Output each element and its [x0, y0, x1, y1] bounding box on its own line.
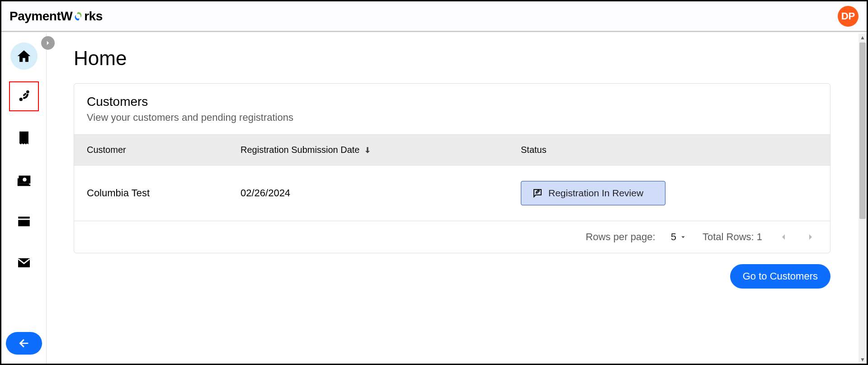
side-nav [1, 33, 47, 364]
receipt-icon [16, 130, 32, 146]
cell-date: 02/26/2024 [241, 187, 521, 199]
rows-per-page-select[interactable]: 5 [671, 231, 687, 243]
chevron-left-icon [778, 232, 789, 242]
home-icon [16, 48, 32, 64]
logo-text-part2: rks [84, 9, 103, 24]
chevron-right-icon [805, 232, 816, 242]
nav-invoices[interactable] [9, 123, 39, 153]
col-status-header[interactable]: Status [521, 145, 817, 155]
svg-point-0 [19, 98, 22, 101]
mail-icon [16, 255, 32, 270]
news-icon [16, 213, 32, 229]
cell-customer: Columbia Test [87, 187, 241, 199]
card-subtitle: View your customers and pending registra… [87, 112, 817, 123]
logo-text-part1: PaymentW [9, 9, 72, 24]
svg-point-3 [23, 178, 26, 182]
table-row: Columbia Test 02/26/2024 Registration In… [74, 166, 830, 221]
prev-page-button[interactable] [778, 231, 789, 243]
rows-per-page-label: Rows per page: [586, 231, 656, 243]
page-title: Home [74, 47, 830, 70]
col-date-header[interactable]: Registration Submission Date [241, 145, 521, 155]
nav-payments[interactable] [9, 165, 39, 194]
arrow-left-icon [18, 337, 30, 350]
scroll-down-arrow[interactable]: ▼ [859, 356, 867, 364]
rows-per-page-value: 5 [671, 231, 676, 243]
nav-connect[interactable] [9, 81, 39, 111]
total-rows-label: Total Rows: 1 [703, 231, 762, 243]
nav-messages[interactable] [9, 248, 39, 278]
main-content: Home Customers View your customers and p… [47, 33, 867, 364]
next-page-button[interactable] [805, 231, 816, 243]
go-to-customers-button[interactable]: Go to Customers [730, 264, 830, 289]
payments-icon [16, 172, 32, 187]
nav-news[interactable] [9, 206, 39, 236]
caret-down-icon [679, 233, 687, 241]
brand-logo: PaymentW rks [9, 9, 103, 24]
col-date-label: Registration Submission Date [241, 145, 359, 155]
sort-desc-icon [363, 146, 372, 155]
logo-swirl-icon [73, 9, 83, 23]
scroll-up-arrow[interactable]: ▲ [859, 33, 867, 42]
col-customer-header[interactable]: Customer [87, 145, 241, 155]
review-icon [532, 188, 543, 199]
scroll-thumb[interactable] [859, 43, 866, 219]
table-header: Customer Registration Submission Date St… [74, 134, 830, 166]
back-button[interactable] [6, 332, 42, 355]
table-footer: Rows per page: 5 Total Rows: 1 [74, 221, 830, 253]
connect-icon [15, 87, 33, 105]
top-header: PaymentW rks DP [1, 1, 867, 32]
svg-point-1 [26, 90, 29, 94]
vertical-scrollbar[interactable]: ▲ ▼ [859, 33, 867, 364]
nav-home[interactable] [10, 43, 38, 70]
svg-rect-4 [17, 184, 29, 185]
status-chip[interactable]: Registration In Review [521, 181, 665, 205]
avatar-initials: DP [841, 10, 855, 22]
user-avatar[interactable]: DP [838, 6, 859, 27]
status-label: Registration In Review [548, 188, 643, 199]
card-title: Customers [87, 95, 817, 109]
customers-card: Customers View your customers and pendin… [74, 83, 830, 253]
